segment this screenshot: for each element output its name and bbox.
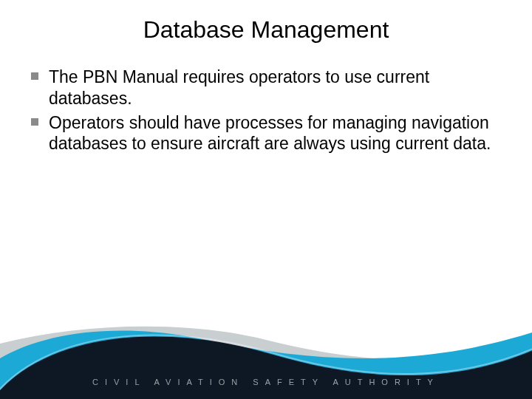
slide-title: Database Management — [0, 16, 532, 44]
list-item: The PBN Manual requires operators to use… — [28, 66, 510, 109]
bullet-list: The PBN Manual requires operators to use… — [28, 66, 510, 154]
slide: Database Management The PBN Manual requi… — [0, 0, 532, 399]
footer-brand-text: CIVIL AVIATION SAFETY AUTHORITY — [0, 378, 532, 386]
list-item: Operators should have processes for mana… — [28, 112, 510, 155]
slide-body: The PBN Manual requires operators to use… — [28, 66, 510, 157]
